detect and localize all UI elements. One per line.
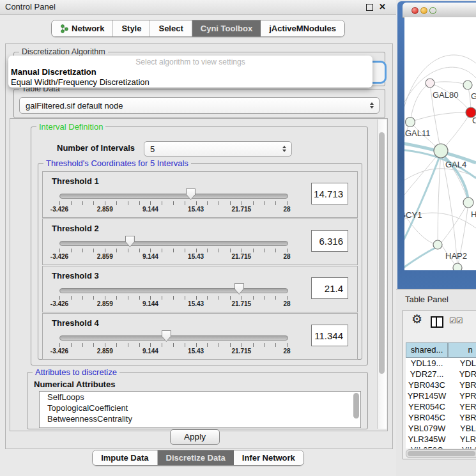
numerical-attributes-list[interactable]: SelfLoopsTopologicalCoefficientBetweenne… (39, 391, 361, 428)
table-cell[interactable]: YBR0 (448, 380, 476, 390)
attribute-list-item[interactable]: BetweennessCentrality (40, 413, 360, 424)
table-horizontal-scrollbar[interactable] (406, 449, 476, 458)
table-rows[interactable]: YDL19...YDL1YDR27...YDR2YBR043CYBR0YPR14… (406, 358, 476, 449)
network-node[interactable] (433, 240, 442, 249)
gear-icon[interactable]: ⚙ (411, 312, 422, 326)
threshold-3-panel: Threshold 3 -3.426 2.859 9.144 15.43 21.… (42, 266, 358, 312)
list-scrollbar-thumb[interactable] (353, 393, 359, 418)
close-icon[interactable]: ✕ (379, 2, 386, 12)
table-cell[interactable]: YIL0 (448, 445, 476, 449)
table-cell[interactable]: YDL1 (448, 358, 476, 369)
numerical-attributes-label: Numerical Attributes (34, 380, 115, 389)
network-canvas[interactable]: GAL80G.CGAL11GAL4GCY1HHAP2 (404, 17, 476, 270)
table-cell[interactable]: YLR3 (448, 434, 476, 445)
table-cell[interactable]: YBR0 (448, 412, 476, 423)
threshold-2-panel: Threshold 2 -3.426 2.859 9.144 15.43 21.… (42, 219, 358, 265)
column-header-shared[interactable]: shared... (406, 342, 448, 358)
cyni-toolbox-panel: Discretization Algorithm Select algorith… (5, 43, 393, 449)
table-cell[interactable]: YBR045C (406, 412, 448, 423)
network-node[interactable] (426, 79, 434, 88)
table-row[interactable]: YPR145WYPR1 (406, 390, 476, 401)
scrollbar-thumb[interactable] (408, 451, 475, 456)
tab-cyni-toolbox[interactable]: Cyni Toolbox (192, 20, 261, 36)
table-cell[interactable]: YBR043C (406, 380, 448, 390)
table-data-combobox[interactable]: galFiltered.sif default node (19, 97, 380, 114)
tab-select[interactable]: Select (150, 20, 192, 36)
threshold-1-slider[interactable] (59, 194, 288, 199)
table-data-value: galFiltered.sif default node (26, 101, 123, 111)
settings-vertical-scrollbar[interactable] (377, 119, 387, 429)
table-row[interactable]: YIL052CYIL0 (406, 445, 476, 449)
tab-style[interactable]: Style (113, 20, 150, 36)
table-panel-body: ⚙ ☑☑ shared... n YDL19...YDL1YDR27...YDR… (403, 310, 476, 459)
node-label: C (472, 116, 476, 125)
apply-button[interactable]: Apply (170, 429, 220, 445)
tab-impute-data[interactable]: Impute Data (93, 450, 157, 465)
network-window-titlebar[interactable] (403, 3, 476, 18)
table-cell[interactable]: YIL052C (406, 445, 448, 449)
threshold-4-value-field[interactable]: 11.344 (311, 325, 348, 346)
table-cell[interactable]: YPR1 (448, 390, 476, 401)
attribute-list-item[interactable]: SelfLoops (40, 392, 360, 403)
table-row[interactable]: YBL079WYBL0 (406, 423, 476, 434)
threshold-3-value-field[interactable]: 21.4 (311, 277, 348, 299)
table-row[interactable]: YER054CYER0 (406, 401, 476, 412)
combo-spinner-icon (282, 146, 286, 152)
checkbox-columns-icon[interactable]: ☑☑ (449, 316, 463, 325)
algorithm-dropdown-popup: Select algorithm to view settings Manual… (8, 56, 372, 88)
tab-jactivemnodules[interactable]: jActiveMNodules (261, 20, 344, 36)
network-view-window: GAL80G.CGAL11GAL4GCY1HHAP2 (397, 1, 476, 289)
table-cell[interactable]: YER054C (406, 401, 448, 412)
threshold-4-panel: Threshold 4 -3.426 2.859 9.144 15.43 21.… (42, 313, 358, 360)
table-row[interactable]: YDR27...YDR2 (406, 369, 476, 380)
number-of-intervals-label: Number of Intervals (57, 143, 135, 153)
mac-minimize-icon[interactable] (420, 7, 427, 14)
table-cell[interactable]: YER0 (448, 401, 476, 412)
table-row[interactable]: YLR345WYLR3 (406, 434, 476, 445)
table-cell[interactable]: YBL0 (448, 423, 476, 434)
slider-ticks (59, 343, 288, 347)
table-cell[interactable]: YDL19... (406, 358, 448, 369)
slider-ticks (59, 296, 288, 300)
algorithm-placeholder-option[interactable]: Select algorithm to view settings (8, 56, 372, 67)
network-node[interactable] (453, 263, 462, 270)
table-panel-title: Table Panel (405, 295, 449, 304)
slider-ticks (59, 201, 288, 205)
threshold-4-slider[interactable] (59, 335, 288, 341)
network-node[interactable] (406, 118, 415, 127)
mac-close-icon[interactable] (411, 7, 418, 14)
tab-network[interactable]: Network (52, 20, 113, 36)
mac-zoom-icon[interactable] (429, 7, 436, 14)
network-icon (60, 24, 68, 33)
float-icon[interactable] (366, 4, 373, 11)
table-row[interactable]: YBR043CYBR0 (406, 380, 476, 390)
table-cell[interactable]: YLR345W (406, 434, 448, 445)
algorithm-option-manual[interactable]: Manual Discretization (8, 67, 372, 77)
threshold-1-value-field[interactable]: 14.713 (311, 183, 348, 204)
column-header-name[interactable]: n (448, 342, 476, 358)
table-cell[interactable]: YDR2 (448, 369, 476, 380)
threshold-3-slider[interactable] (59, 288, 288, 293)
table-cell[interactable]: YDR27... (406, 369, 448, 380)
attribute-list-item[interactable]: TopologicalCoefficient (40, 403, 360, 413)
number-of-intervals-combobox[interactable]: 5 (144, 141, 292, 157)
table-cell[interactable]: YPR145W (406, 390, 448, 401)
top-tabstrip: Network Style Select Cyni Toolbox jActiv… (0, 20, 396, 37)
network-node[interactable] (434, 144, 448, 158)
scrollbar-thumb[interactable] (379, 132, 385, 374)
algorithm-option-equal-width[interactable]: Equal Width/Frequency Discretization (8, 77, 372, 88)
top-tabbox: Network Style Select Cyni Toolbox jActiv… (51, 20, 345, 37)
threshold-2-value-field[interactable]: 6.316 (311, 230, 348, 252)
control-panel-title: Control Panel (5, 0, 56, 14)
table-cell[interactable]: YBL079W (406, 423, 448, 434)
split-table-icon[interactable] (431, 316, 443, 328)
attributes-group: Attributes to discretize Numerical Attri… (27, 372, 368, 429)
tab-discretize-data[interactable]: Discretize Data (158, 450, 234, 465)
table-row[interactable]: YBR045CYBR0 (406, 412, 476, 423)
table-row[interactable]: YDL19...YDL1 (406, 358, 476, 369)
threshold-2-slider[interactable] (59, 241, 288, 246)
network-node[interactable] (463, 81, 472, 89)
tab-infer-network[interactable]: Infer Network (234, 450, 303, 465)
table-header: shared... n (406, 342, 476, 358)
network-node[interactable] (463, 197, 473, 208)
